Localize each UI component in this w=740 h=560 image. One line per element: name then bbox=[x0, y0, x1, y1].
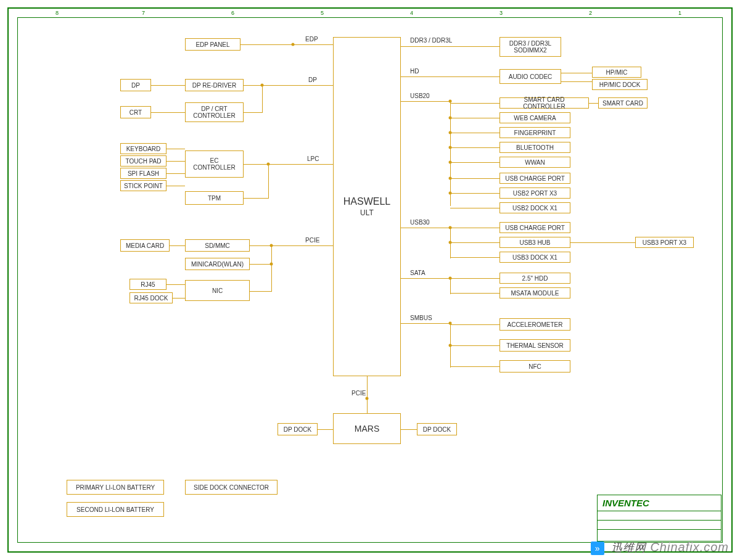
edp-panel: EDP PANEL bbox=[185, 38, 240, 51]
cpu-sub: ULT bbox=[360, 208, 374, 218]
usb-charge-port2: USB CHARGE PORT bbox=[500, 222, 570, 233]
rj45: RJ45 bbox=[130, 279, 166, 290]
line bbox=[166, 173, 185, 174]
hp-mic-dock: HP/MIC DOCK bbox=[592, 79, 648, 90]
side-dock: SIDE DOCK CONNECTOR bbox=[185, 480, 278, 495]
line bbox=[401, 429, 417, 430]
line bbox=[244, 85, 333, 86]
second-battery: SECOND LI-LON BATTERY bbox=[67, 502, 164, 517]
usb2-dock: USB2 DOCK X1 bbox=[500, 202, 570, 213]
mars-block: MARS bbox=[333, 413, 401, 444]
ruler-top: 7 bbox=[142, 10, 145, 16]
crt-block: CRT bbox=[120, 106, 151, 118]
audio-codec: AUDIO CODEC bbox=[500, 69, 561, 84]
rj45-dock: RJ45 DOCK bbox=[130, 292, 173, 303]
touchpad: TOUCH PAD bbox=[120, 155, 166, 167]
hp-mic: HP/MIC bbox=[592, 67, 641, 78]
line bbox=[166, 186, 185, 186]
usb3-hub: USB3 HUB bbox=[500, 237, 570, 248]
dp-block: DP bbox=[120, 79, 151, 91]
watermark-en: Chinafix.com bbox=[650, 540, 729, 554]
ruler-top: 8 bbox=[56, 10, 59, 16]
dp-label: DP bbox=[308, 76, 317, 83]
line bbox=[450, 345, 500, 346]
line bbox=[151, 85, 185, 86]
line bbox=[244, 198, 268, 199]
dot bbox=[449, 100, 452, 103]
line bbox=[450, 278, 500, 279]
line bbox=[401, 323, 450, 324]
dot bbox=[270, 263, 273, 266]
line bbox=[240, 44, 333, 45]
dot bbox=[449, 131, 452, 134]
line bbox=[450, 118, 500, 118]
hdd: 2.5" HDD bbox=[500, 273, 570, 284]
usb-charge-port: USB CHARGE PORT bbox=[500, 173, 570, 184]
dot bbox=[449, 177, 452, 180]
line bbox=[450, 278, 451, 294]
line bbox=[271, 245, 272, 292]
line bbox=[250, 264, 272, 265]
ddr-block: DDR3 / DDR3L SODIMMX2 bbox=[500, 37, 561, 57]
smart-card: SMART CARD bbox=[598, 97, 648, 109]
media-card: MEDIA CARD bbox=[120, 239, 170, 252]
smbus-label: SMBUS bbox=[410, 315, 432, 321]
ruler-top: 4 bbox=[410, 10, 413, 16]
dot bbox=[449, 241, 452, 244]
cpu-mars-line bbox=[367, 376, 368, 413]
line bbox=[450, 103, 500, 104]
title-block: INVENTEC bbox=[597, 495, 722, 541]
dp-dock-left: DP DOCK bbox=[278, 423, 318, 435]
line bbox=[450, 178, 500, 179]
dp-crt-ctrl: DP / CRT CONTROLLER bbox=[185, 102, 244, 122]
line bbox=[450, 228, 500, 228]
line bbox=[589, 103, 598, 104]
msata: MSATA MODULE bbox=[500, 287, 570, 299]
line bbox=[450, 366, 500, 367]
thermal-sensor: THERMAL SENSOR bbox=[500, 339, 570, 352]
usb3-dock: USB3 DOCK X1 bbox=[500, 252, 570, 263]
line bbox=[401, 46, 500, 47]
accelerometer: ACCELEROMETER bbox=[500, 318, 570, 331]
ec-controller: EC CONTROLLER bbox=[185, 150, 244, 178]
company-name: INVENTEC bbox=[598, 495, 721, 511]
usb3-port-x3: USB3 PORT X3 bbox=[635, 237, 694, 248]
line bbox=[450, 208, 500, 208]
pcie-label: PCIE bbox=[352, 390, 366, 397]
spi-flash: SPI FLASH bbox=[120, 168, 166, 179]
line bbox=[170, 245, 185, 246]
line bbox=[250, 291, 272, 292]
primary-battery: PRIMARY LI-LON BATTERY bbox=[67, 480, 164, 495]
minicard: MINICARD(WLAN) bbox=[185, 258, 250, 270]
line bbox=[268, 164, 269, 199]
dot bbox=[366, 397, 369, 400]
hd-label: HD bbox=[410, 68, 419, 75]
usb2-port-x3: USB2 PORT X3 bbox=[500, 187, 570, 199]
ruler-top: 2 bbox=[589, 10, 592, 16]
stick-point: STICK POINT bbox=[120, 180, 166, 191]
line bbox=[244, 112, 262, 113]
dot bbox=[449, 146, 452, 149]
dot bbox=[292, 43, 295, 46]
usb20-label: USB20 bbox=[410, 93, 430, 99]
usb30-label: USB30 bbox=[410, 219, 430, 226]
sata-label: SATA bbox=[410, 270, 426, 276]
line bbox=[450, 193, 500, 194]
edp-label: EDP bbox=[305, 36, 318, 43]
title-row bbox=[598, 511, 721, 521]
dp-redriver: DP RE-DRIVER bbox=[185, 79, 244, 91]
line bbox=[262, 85, 263, 113]
line bbox=[166, 149, 185, 149]
smartcard-ctrl: SMART CARD CONTROLLER bbox=[500, 97, 589, 109]
line bbox=[450, 147, 500, 148]
line bbox=[561, 73, 592, 73]
line bbox=[561, 81, 592, 82]
cpu-name: HASWELL bbox=[343, 196, 390, 208]
title-row bbox=[598, 530, 721, 538]
ruler-top: 5 bbox=[321, 10, 324, 16]
lpc-label: LPC bbox=[307, 155, 319, 162]
pcie-label: PCIE bbox=[305, 237, 319, 244]
nfc: NFC bbox=[500, 360, 570, 373]
dot bbox=[449, 117, 452, 120]
ruler-top: 1 bbox=[678, 10, 681, 16]
